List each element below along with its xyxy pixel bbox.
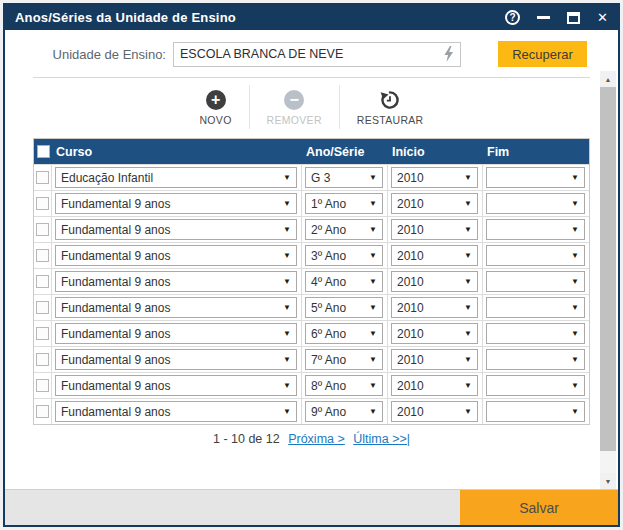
table-row: Fundamental 9 anos▼1º Ano▼2010▼▼ [34, 190, 589, 216]
curso-select[interactable]: Fundamental 9 anos▼ [55, 297, 297, 318]
chevron-down-icon: ▼ [369, 199, 377, 208]
minus-circle-icon: − [284, 90, 304, 110]
scroll-down-icon[interactable]: ▼ [600, 473, 616, 489]
table-row: Fundamental 9 anos▼4º Ano▼2010▼▼ [34, 268, 589, 294]
inicio-select[interactable]: 2010▼ [391, 193, 478, 214]
restore-button[interactable]: RESTAURAR [339, 85, 441, 129]
fim-select[interactable]: ▼ [486, 193, 585, 214]
help-icon[interactable]: ? [505, 10, 520, 25]
chevron-down-icon: ▼ [369, 173, 377, 182]
curso-select[interactable]: Fundamental 9 anos▼ [55, 349, 297, 370]
chevron-down-icon: ▼ [571, 173, 579, 182]
inicio-select[interactable]: 2010▼ [391, 297, 478, 318]
ano-serie-select[interactable]: G 3▼ [305, 167, 383, 188]
fim-select[interactable]: ▼ [486, 245, 585, 266]
ano-serie-select[interactable]: 9º Ano▼ [305, 401, 383, 422]
ano-serie-select[interactable]: 8º Ano▼ [305, 375, 383, 396]
fim-select[interactable]: ▼ [486, 349, 585, 370]
inicio-select[interactable]: 2010▼ [391, 401, 478, 422]
chevron-down-icon: ▼ [369, 381, 377, 390]
curso-select[interactable]: Fundamental 9 anos▼ [55, 245, 297, 266]
close-icon[interactable]: ✕ [597, 11, 608, 24]
save-button[interactable]: Salvar [460, 490, 618, 525]
row-checkbox[interactable] [36, 301, 49, 314]
row-checkbox[interactable] [36, 249, 49, 262]
inicio-select[interactable]: 2010▼ [391, 167, 478, 188]
pagination-last-link[interactable]: Última >>| [353, 432, 410, 446]
lightning-icon[interactable] [443, 46, 454, 62]
scrollbar-thumb[interactable] [600, 87, 616, 451]
chevron-down-icon: ▼ [283, 303, 291, 312]
header-fim: Fim [483, 145, 509, 159]
inicio-select[interactable]: 2010▼ [391, 271, 478, 292]
inicio-select[interactable]: 2010▼ [391, 349, 478, 370]
inicio-select[interactable]: 2010▼ [391, 375, 478, 396]
minimize-icon[interactable] [537, 16, 550, 19]
chevron-down-icon: ▼ [369, 225, 377, 234]
inicio-select[interactable]: 2010▼ [391, 219, 478, 240]
new-button[interactable]: + NOVO [182, 85, 248, 129]
table-body: Educação Infantil▼G 3▼2010▼▼Fundamental … [34, 164, 589, 424]
ano-serie-select[interactable]: 5º Ano▼ [305, 297, 383, 318]
curso-select[interactable]: Fundamental 9 anos▼ [55, 375, 297, 396]
new-button-label: NOVO [199, 114, 231, 126]
chevron-down-icon: ▼ [571, 329, 579, 338]
row-checkbox[interactable] [36, 223, 49, 236]
fim-select[interactable]: ▼ [486, 167, 585, 188]
table-header: Curso Ano/Série Início Fim [34, 139, 589, 164]
ano-serie-select[interactable]: 4º Ano▼ [305, 271, 383, 292]
unit-input[interactable]: ESCOLA BRANCA DE NEVE [173, 42, 461, 67]
row-checkbox[interactable] [36, 327, 49, 340]
ano-serie-select[interactable]: 3º Ano▼ [305, 245, 383, 266]
row-checkbox[interactable] [36, 275, 49, 288]
chevron-down-icon: ▼ [464, 303, 472, 312]
chevron-down-icon: ▼ [464, 381, 472, 390]
row-checkbox[interactable] [36, 353, 49, 366]
pagination-next-link[interactable]: Próxima > [288, 432, 345, 446]
chevron-down-icon: ▼ [464, 407, 472, 416]
ano-serie-select[interactable]: 1º Ano▼ [305, 193, 383, 214]
inicio-select[interactable]: 2010▼ [391, 245, 478, 266]
curso-select[interactable]: Fundamental 9 anos▼ [55, 193, 297, 214]
curso-select[interactable]: Fundamental 9 anos▼ [55, 271, 297, 292]
chevron-down-icon: ▼ [369, 407, 377, 416]
curso-select[interactable]: Educação Infantil▼ [55, 167, 297, 188]
fim-select[interactable]: ▼ [486, 271, 585, 292]
maximize-icon[interactable] [567, 12, 580, 24]
chevron-down-icon: ▼ [369, 251, 377, 260]
curso-select[interactable]: Fundamental 9 anos▼ [55, 323, 297, 344]
unit-form-row: Unidade de Ensino: ESCOLA BRANCA DE NEVE… [33, 41, 590, 67]
chevron-down-icon: ▼ [464, 277, 472, 286]
recover-button[interactable]: Recuperar [498, 41, 587, 67]
window-controls: ? ✕ [505, 10, 608, 25]
restore-history-icon [380, 90, 400, 110]
select-all-checkbox[interactable] [37, 145, 50, 158]
chevron-down-icon: ▼ [283, 381, 291, 390]
scroll-up-icon[interactable]: ▲ [600, 71, 616, 87]
table-row: Fundamental 9 anos▼9º Ano▼2010▼▼ [34, 398, 589, 424]
row-checkbox[interactable] [36, 379, 49, 392]
row-checkbox[interactable] [36, 405, 49, 418]
chevron-down-icon: ▼ [283, 407, 291, 416]
curso-select[interactable]: Fundamental 9 anos▼ [55, 219, 297, 240]
chevron-down-icon: ▼ [369, 355, 377, 364]
row-checkbox[interactable] [36, 197, 49, 210]
fim-select[interactable]: ▼ [486, 401, 585, 422]
row-checkbox[interactable] [36, 171, 49, 184]
fim-select[interactable]: ▼ [486, 375, 585, 396]
ano-serie-select[interactable]: 7º Ano▼ [305, 349, 383, 370]
chevron-down-icon: ▼ [283, 277, 291, 286]
title-bar: Anos/Séries da Unidade de Ensino ? ✕ [5, 5, 618, 30]
chevron-down-icon: ▼ [464, 173, 472, 182]
inicio-select[interactable]: 2010▼ [391, 323, 478, 344]
fim-select[interactable]: ▼ [486, 219, 585, 240]
table-row: Fundamental 9 anos▼2º Ano▼2010▼▼ [34, 216, 589, 242]
fim-select[interactable]: ▼ [486, 323, 585, 344]
ano-serie-select[interactable]: 6º Ano▼ [305, 323, 383, 344]
curso-select[interactable]: Fundamental 9 anos▼ [55, 401, 297, 422]
fim-select[interactable]: ▼ [486, 297, 585, 318]
table-row: Educação Infantil▼G 3▼2010▼▼ [34, 164, 589, 190]
ano-serie-select[interactable]: 2º Ano▼ [305, 219, 383, 240]
pagination-range: 1 - 10 de 12 [213, 432, 280, 446]
chevron-down-icon: ▼ [283, 329, 291, 338]
